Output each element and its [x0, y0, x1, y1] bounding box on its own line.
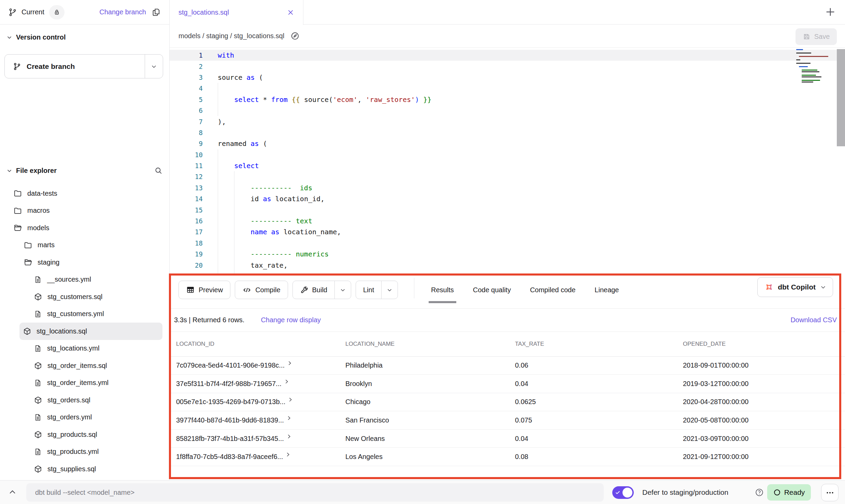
table-row[interactable]: 3977f440-b87d-461b-9dd6-81839...San Fran… — [170, 411, 845, 430]
status-ready-badge[interactable]: Ready — [767, 484, 811, 501]
table-row[interactable]: 1f8ffa70-7cb5-4d83-8a7f-9aceef6...Los An… — [170, 448, 845, 466]
close-icon[interactable] — [287, 9, 294, 16]
compass-icon[interactable] — [290, 31, 300, 41]
code-line-5[interactable]: 5 select * from {{ source('ecom', 'raw_s… — [170, 94, 845, 105]
lint-dropdown[interactable] — [381, 281, 398, 299]
ellipsis-icon — [826, 488, 834, 497]
cell-location-name: Chicago — [340, 393, 509, 411]
sidebar-item-marts[interactable]: marts — [0, 237, 169, 254]
model-cube-icon — [34, 361, 42, 370]
create-branch-main[interactable]: Create branch — [5, 55, 145, 78]
sidebar-item-stg-products-sql[interactable]: stg_products.sql — [0, 426, 169, 443]
file-tree: data-testsmacrosmodelsmartsstaging__sour… — [0, 185, 169, 478]
table-row[interactable]: 7c079cea-5ed4-4101-906e-9198c...Philadel… — [170, 356, 845, 375]
sidebar-item-stg-order-items-yml[interactable]: stg_order_items.yml — [0, 374, 169, 392]
sidebar-item-stg-locations-sql[interactable]: stg_locations.sql — [19, 323, 162, 340]
preview-button[interactable]: Preview — [178, 281, 230, 299]
file-explorer-header[interactable]: File explorer — [0, 163, 169, 178]
panel-toolbar: Preview Compile — [170, 275, 845, 309]
chevron-down-icon[interactable] — [6, 34, 12, 40]
lint-button[interactable]: Lint — [356, 281, 398, 299]
sidebar-item-stg-customers-yml[interactable]: stg_customers.yml — [0, 306, 169, 323]
code-line-18[interactable]: 18 — [170, 238, 845, 249]
code-line-7[interactable]: 7), — [170, 116, 845, 127]
table-row[interactable]: 005e7e1c-1935-4269-b479-0713b...Chicago0… — [170, 393, 845, 411]
code-line-10[interactable]: 10 — [170, 149, 845, 160]
version-control-header[interactable]: Version control — [0, 30, 72, 45]
sidebar-item-stg-products-yml[interactable]: stg_products.yml — [0, 443, 169, 461]
dbt-copilot-button[interactable]: dbt Copilot — [757, 277, 833, 297]
sidebar-item-stg-orders-yml[interactable]: stg_orders.yml — [0, 409, 169, 426]
code-line-2[interactable]: 2 — [170, 61, 845, 72]
sidebar-item-stg-orders-sql[interactable]: stg_orders.sql — [0, 391, 169, 409]
line-number: 11 — [170, 162, 203, 169]
row-expand-chevron-icon[interactable] — [288, 396, 293, 404]
table-row[interactable]: 858218fb-73f7-4b1b-a31f-57b345...New Orl… — [170, 429, 845, 448]
build-button[interactable]: Build — [292, 281, 351, 299]
sidebar-item-staging[interactable]: staging — [0, 254, 169, 271]
row-expand-chevron-icon[interactable] — [285, 451, 291, 459]
row-expand-chevron-icon[interactable] — [284, 378, 289, 386]
row-expand-chevron-icon[interactable] — [286, 415, 292, 423]
code-line-21[interactable]: 21 — [170, 271, 845, 275]
sidebar-item-stg-order-items-sql[interactable]: stg_order_items.sql — [0, 357, 169, 374]
code-line-11[interactable]: 11 select — [170, 160, 845, 171]
tab-code-quality[interactable]: Code quality — [473, 277, 511, 303]
command-input[interactable]: dbt build --select <model_name> — [26, 483, 604, 502]
code-line-15[interactable]: 15 — [170, 204, 845, 215]
save-button[interactable]: Save — [796, 28, 837, 45]
compile-button[interactable]: Compile — [235, 281, 288, 299]
help-icon[interactable] — [755, 488, 764, 498]
new-tab-plus-icon[interactable] — [825, 6, 836, 19]
build-dropdown[interactable] — [334, 281, 351, 299]
minimap[interactable] — [796, 49, 835, 83]
sidebar-item-data-tests[interactable]: data-tests — [0, 185, 169, 202]
code-line-19[interactable]: 19 ---------- numerics — [170, 249, 845, 260]
code-line-12[interactable]: 12 — [170, 171, 845, 182]
code-line-14[interactable]: 14 id as location_id, — [170, 193, 845, 204]
file-label: stg_products.yml — [47, 448, 99, 456]
search-icon[interactable] — [154, 166, 163, 175]
sidebar-item-stg-supplies-sql[interactable]: stg_supplies.sql — [0, 460, 169, 478]
code-line-20[interactable]: 20 tax_rate, — [170, 260, 845, 270]
cell-tax-rate: 0.04 — [509, 375, 677, 393]
row-expand-chevron-icon[interactable] — [287, 360, 292, 368]
code-line-3[interactable]: 3source as ( — [170, 72, 845, 83]
sidebar-item-stg-customers-sql[interactable]: stg_customers.sql — [0, 288, 169, 306]
code-line-1[interactable]: 1with — [170, 50, 845, 61]
tab-title: stg_locations.sql — [178, 9, 229, 16]
table-row[interactable]: 37e5f311-b7f4-4f2f-988b-719657...Brookly… — [170, 375, 845, 393]
tab-results[interactable]: Results — [431, 277, 454, 303]
chevron-down-icon[interactable] — [6, 168, 12, 174]
code-line-9[interactable]: 9renamed as ( — [170, 138, 845, 149]
create-branch-button[interactable]: Create branch — [4, 54, 163, 78]
code-lines[interactable]: 1with23source as (45 select * from {{ so… — [170, 50, 845, 275]
code-editor[interactable]: 1with23source as (45 select * from {{ so… — [170, 48, 845, 275]
editor-scrollbar[interactable] — [837, 49, 845, 146]
create-branch-dropdown[interactable] — [145, 55, 163, 78]
tab-compiled-code[interactable]: Compiled code — [530, 277, 575, 303]
overflow-menu-button[interactable] — [821, 484, 839, 501]
tab-bar: stg_locations.sql — [170, 0, 845, 25]
code-line-16[interactable]: 16 ---------- text — [170, 216, 845, 226]
code-line-4[interactable]: 4 — [170, 83, 845, 94]
tab-stg-locations-sql[interactable]: stg_locations.sql — [170, 0, 303, 25]
download-csv-link[interactable]: Download CSV — [790, 316, 837, 324]
copy-icon[interactable] — [152, 8, 161, 17]
code-line-8[interactable]: 8 — [170, 127, 845, 138]
sidebar-item--sources-yml[interactable]: __sources.yml — [0, 271, 169, 288]
change-branch-link[interactable]: Change branch — [99, 8, 146, 16]
sidebar-item-macros[interactable]: macros — [0, 202, 169, 220]
sidebar-item-models[interactable]: models — [0, 219, 169, 237]
change-row-display-link[interactable]: Change row display — [261, 316, 321, 324]
line-number: 6 — [170, 107, 203, 114]
cell-opened-date: 2021-09-12T00:00:00 — [677, 448, 845, 466]
code-line-17[interactable]: 17 name as location_name, — [170, 226, 845, 237]
tab-lineage[interactable]: Lineage — [595, 277, 619, 303]
chevron-up-icon[interactable] — [8, 488, 17, 498]
defer-toggle[interactable] — [612, 486, 634, 499]
code-line-6[interactable]: 6 — [170, 105, 845, 116]
row-expand-chevron-icon[interactable] — [286, 433, 292, 441]
sidebar-item-stg-locations-yml[interactable]: stg_locations.yml — [0, 340, 169, 357]
code-line-13[interactable]: 13 ---------- ids — [170, 182, 845, 193]
